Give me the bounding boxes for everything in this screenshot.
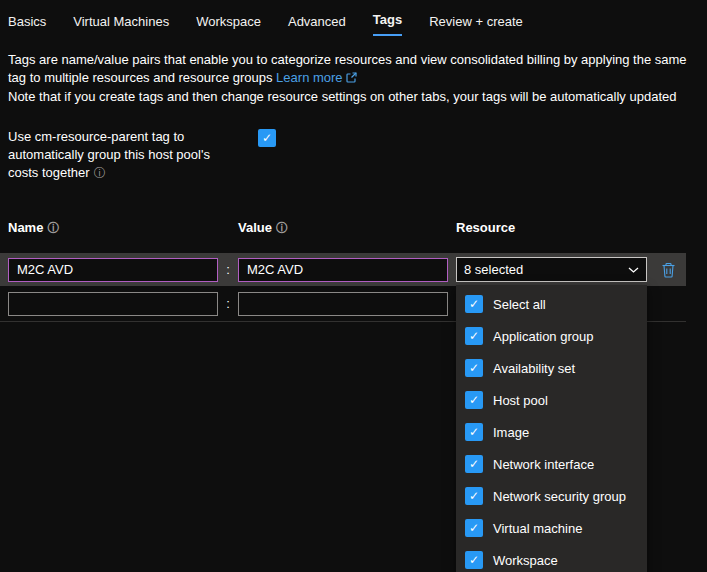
info-icon[interactable]: ⓘ	[94, 166, 106, 180]
checkbox-checked-icon[interactable]	[465, 487, 483, 505]
tag-name-input-1[interactable]	[8, 258, 218, 282]
info-icon[interactable]: ⓘ	[47, 221, 59, 235]
trash-icon	[661, 262, 676, 278]
tags-note: Note that if you create tags and then ch…	[8, 88, 699, 106]
resource-option-label: Application group	[493, 329, 593, 344]
tab-review-create[interactable]: Review + create	[429, 14, 523, 36]
wizard-tabs: Basics Virtual Machines Workspace Advanc…	[0, 0, 707, 36]
resource-option-label: Network security group	[493, 489, 626, 504]
resource-option-application-group[interactable]: Application group	[456, 320, 647, 352]
checkbox-checked-icon[interactable]	[465, 455, 483, 473]
checkbox-checked-icon[interactable]	[465, 551, 483, 569]
tab-virtual-machines[interactable]: Virtual Machines	[73, 14, 169, 36]
resource-column-header: Resource	[456, 220, 515, 237]
cm-resource-parent-row: Use cm-resource-parent tag to automatica…	[8, 128, 707, 183]
tags-description: Tags are name/value pairs that enable yo…	[8, 51, 699, 86]
resource-option-image[interactable]: Image	[456, 416, 647, 448]
tab-workspace[interactable]: Workspace	[196, 14, 261, 36]
resource-option-label: Availability set	[493, 361, 575, 376]
resource-option-label: Virtual machine	[493, 521, 582, 536]
tag-value-input-2[interactable]	[238, 292, 448, 316]
chevron-down-icon	[628, 267, 639, 273]
tag-name-input-2[interactable]	[8, 292, 218, 316]
resource-option-label: Select all	[493, 297, 546, 312]
resource-option-network-interface[interactable]: Network interface	[456, 448, 647, 480]
resource-option-network-security-group[interactable]: Network security group	[456, 480, 647, 512]
name-value-separator: :	[222, 296, 234, 311]
tags-table-header: Nameⓘ Valueⓘ Resource	[0, 220, 707, 237]
value-header-label: Value	[238, 220, 272, 235]
resource-option-host-pool[interactable]: Host pool	[456, 384, 647, 416]
create-host-pool-tags-page: Basics Virtual Machines Workspace Advanc…	[0, 0, 707, 572]
tab-tags[interactable]: Tags	[373, 12, 402, 36]
delete-row-button[interactable]	[659, 260, 678, 280]
checkbox-checked-icon[interactable]	[465, 391, 483, 409]
resource-option-label: Workspace	[493, 553, 558, 568]
resource-option-workspace[interactable]: Workspace	[456, 544, 647, 572]
cm-resource-parent-label: Use cm-resource-parent tag to automatica…	[8, 128, 232, 183]
checkbox-checked-icon[interactable]	[465, 423, 483, 441]
external-link-icon	[346, 72, 357, 83]
info-icon[interactable]: ⓘ	[276, 221, 288, 235]
resource-select-value: 8 selected	[464, 262, 523, 277]
resource-dropdown-menu: Select all Application group Availabilit…	[456, 285, 647, 572]
value-column-header: Valueⓘ	[238, 220, 456, 237]
checkbox-checked-icon[interactable]	[465, 519, 483, 537]
checkbox-checked-icon[interactable]	[465, 327, 483, 345]
resource-select[interactable]: 8 selected	[456, 257, 647, 282]
name-value-separator: :	[222, 262, 234, 277]
resource-option-virtual-machine[interactable]: Virtual machine	[456, 512, 647, 544]
learn-more-link[interactable]: Learn more	[276, 70, 356, 85]
resource-option-label: Host pool	[493, 393, 548, 408]
name-column-header: Nameⓘ	[8, 220, 238, 237]
cm-resource-parent-checkbox[interactable]	[258, 129, 276, 147]
checkbox-checked-icon[interactable]	[465, 359, 483, 377]
learn-more-label: Learn more	[276, 70, 342, 85]
resource-select-wrap: 8 selected Select all Application group …	[456, 257, 647, 282]
name-header-label: Name	[8, 220, 43, 235]
resource-option-label: Image	[493, 425, 529, 440]
tab-advanced[interactable]: Advanced	[288, 14, 346, 36]
resource-option-availability-set[interactable]: Availability set	[456, 352, 647, 384]
tab-basics[interactable]: Basics	[8, 14, 46, 36]
cm-resource-parent-label-text: Use cm-resource-parent tag to automatica…	[8, 129, 210, 180]
resource-option-label: Network interface	[493, 457, 594, 472]
checkbox-checked-icon[interactable]	[465, 295, 483, 313]
tag-row-1: : 8 selected Select all Application grou…	[0, 253, 686, 286]
tags-table: Nameⓘ Valueⓘ Resource : 8 selected Selec…	[0, 220, 707, 322]
tag-value-input-1[interactable]	[238, 258, 448, 282]
resource-option-select-all[interactable]: Select all	[456, 288, 647, 320]
